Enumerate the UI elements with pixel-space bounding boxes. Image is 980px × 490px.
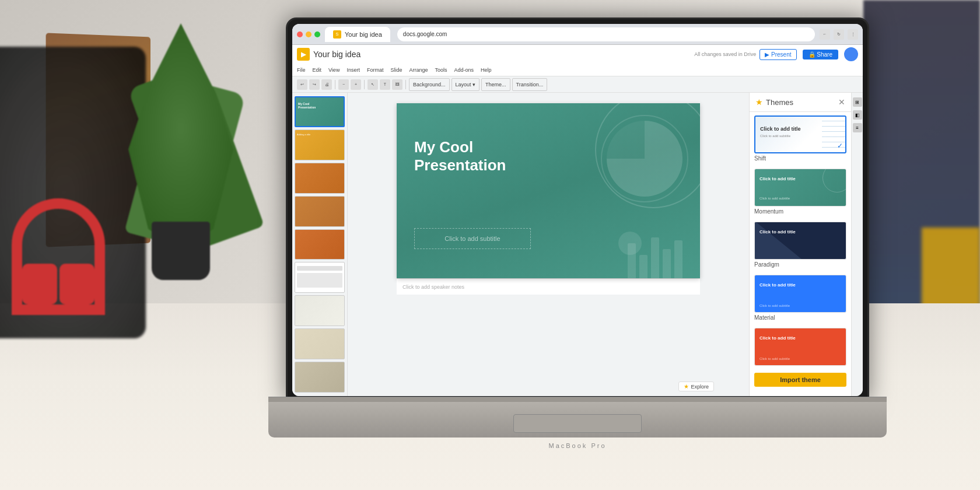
slide-thumb-7[interactable]: 7 xyxy=(295,295,345,326)
slide-title[interactable]: My Cool Presentation xyxy=(414,138,506,174)
print-button[interactable]: 🖨 xyxy=(321,79,332,90)
slide-thumb-5[interactable]: 5 xyxy=(295,229,345,260)
image-button[interactable]: 🖼 xyxy=(392,79,402,90)
redo-button[interactable]: ↪ xyxy=(309,79,320,90)
speaker-notes-bar[interactable]: Click to add speaker notes xyxy=(397,278,700,295)
bg-yellow-object xyxy=(922,228,980,315)
menu-tools[interactable]: Tools xyxy=(435,67,447,73)
laptop: S Your big idea docs.google.com ← ↻ ⋮ xyxy=(286,18,904,438)
laptop-keyboard-base: MacBook Pro xyxy=(268,397,887,438)
theme-shift-title-text: Click to add title xyxy=(760,126,801,132)
import-theme-button[interactable]: Import theme xyxy=(754,373,846,387)
theme-item-coral[interactable]: Click to add title Click to add subtitle xyxy=(750,324,851,369)
side-icon-1[interactable]: ⊞ xyxy=(853,97,862,107)
slide-thumb-4[interactable]: 4 xyxy=(295,196,345,227)
maximize-dot[interactable] xyxy=(314,32,320,37)
theme-shift-sub-text: Click to add subtitle xyxy=(760,134,790,138)
selected-checkmark-icon: ✓ xyxy=(837,142,843,150)
laptop-screen: S Your big idea docs.google.com ← ↻ ⋮ xyxy=(286,18,869,402)
app-icon: ▶ xyxy=(297,48,310,61)
theme-material-title-text: Click to add title xyxy=(760,282,796,288)
theme-thumbnail-material[interactable]: Click to add title Click to add subtitle xyxy=(754,275,846,313)
slide-thumb-3[interactable]: 3 xyxy=(295,163,345,194)
headphones xyxy=(0,198,117,362)
main-slide[interactable]: My Cool Presentation Click to add subtit… xyxy=(397,103,700,278)
menu-view[interactable]: View xyxy=(328,67,340,73)
theme-thumbnail-coral[interactable]: Click to add title Click to add subtitle xyxy=(754,328,846,366)
themes-icon: ★ xyxy=(755,97,763,107)
laptop-trackpad xyxy=(513,414,642,433)
chrome-menu-icon[interactable]: ⋮ xyxy=(848,29,858,40)
slide-thumb-6[interactable]: 6 xyxy=(295,262,345,293)
slide-panel: 1 My CoolPresentation 2 Adding a title 3 xyxy=(292,93,348,396)
themes-title-text: Themes xyxy=(766,98,793,107)
explore-star-icon: ★ xyxy=(684,383,689,390)
undo-button[interactable]: ↩ xyxy=(297,79,307,90)
themes-title: ★ Themes xyxy=(755,97,793,107)
slides-favicon: S xyxy=(333,30,341,38)
theme-name-momentum: Momentum xyxy=(754,208,846,215)
minimize-dot[interactable] xyxy=(306,32,312,37)
menu-edit[interactable]: Edit xyxy=(313,67,322,73)
share-button[interactable]: 🔒 Share xyxy=(803,50,838,60)
slide-thumb-9[interactable]: 9 xyxy=(295,362,345,393)
theme-coral-sub-text: Click to add subtitle xyxy=(760,357,790,360)
menu-addons[interactable]: Add-ons xyxy=(454,67,474,73)
theme-button[interactable]: Theme... xyxy=(481,78,510,91)
theme-thumbnail-paradigm[interactable]: Click to add title xyxy=(754,222,846,260)
theme-thumbnail-shift[interactable]: Click to add title Click to add subtitle… xyxy=(754,116,846,153)
cursor-button[interactable]: ↖ xyxy=(368,79,378,90)
layout-button[interactable]: Layout ▾ xyxy=(452,78,480,91)
screen-bezel: S Your big idea docs.google.com ← ↻ ⋮ xyxy=(292,24,863,396)
slide-thumb-8[interactable]: 8 xyxy=(295,328,345,359)
bar-4 xyxy=(663,249,671,278)
slide-subtitle-placeholder: Click to add subtitle xyxy=(444,235,500,242)
bar-5 xyxy=(674,240,682,278)
menu-help[interactable]: Help xyxy=(481,67,492,73)
address-bar[interactable]: docs.google.com xyxy=(397,27,815,41)
themes-header: ★ Themes ✕ xyxy=(750,93,851,112)
menu-file[interactable]: File xyxy=(297,67,306,73)
background-button[interactable]: Background... xyxy=(409,78,450,91)
chrome-back-icon[interactable]: ← xyxy=(820,29,830,40)
explore-button[interactable]: ★ Explore xyxy=(678,382,714,391)
side-icons-strip: ⊞ ◧ ≡ xyxy=(851,93,863,396)
side-icon-2[interactable]: ◧ xyxy=(853,110,862,120)
zoom-out-button[interactable]: − xyxy=(338,79,349,90)
saved-status: All changes saved in Drive xyxy=(694,51,756,57)
themes-close-icon[interactable]: ✕ xyxy=(838,97,845,107)
side-icon-3[interactable]: ≡ xyxy=(853,123,862,132)
theme-thumbnail-momentum[interactable]: Click to add title Click to add subtitle xyxy=(754,169,846,206)
text-button[interactable]: T xyxy=(380,79,390,90)
menu-format[interactable]: Format xyxy=(367,67,384,73)
theme-material-sub-text: Click to add subtitle xyxy=(760,304,790,307)
app-title-bar: ▶ Your big idea All changes saved in Dri… xyxy=(292,45,863,64)
menu-arrange[interactable]: Arrange xyxy=(409,67,428,73)
theme-item-shift[interactable]: Click to add title Click to add subtitle… xyxy=(750,112,851,165)
theme-momentum-decoration xyxy=(822,169,846,192)
slide-subtitle-box[interactable]: Click to add subtitle xyxy=(414,228,531,249)
slide-thumb-2[interactable]: 2 Adding a title xyxy=(295,130,345,160)
slide-thumb-1[interactable]: 1 My CoolPresentation xyxy=(295,96,345,127)
theme-item-momentum[interactable]: Click to add title Click to add subtitle… xyxy=(750,165,851,218)
menu-slide[interactable]: Slide xyxy=(390,67,402,73)
theme-item-material[interactable]: Click to add title Click to add subtitle… xyxy=(750,271,851,324)
theme-name-shift: Shift xyxy=(754,155,846,162)
theme-coral-title-text: Click to add title xyxy=(760,335,796,341)
zoom-in-button[interactable]: + xyxy=(351,79,361,90)
theme-paradigm-decoration xyxy=(755,222,802,259)
theme-item-paradigm[interactable]: Click to add title Paradigm xyxy=(750,218,851,271)
url-text: docs.google.com xyxy=(403,31,447,37)
menu-insert[interactable]: Insert xyxy=(346,67,360,73)
tab-title: Your big idea xyxy=(345,31,382,38)
browser-tab[interactable]: S Your big idea xyxy=(325,27,390,42)
transition-button[interactable]: Transition... xyxy=(512,78,548,91)
slides-application: ▶ Your big idea All changes saved in Dri… xyxy=(292,45,863,396)
speaker-notes-placeholder: Click to add speaker notes xyxy=(402,284,464,290)
close-dot[interactable] xyxy=(297,32,303,37)
menu-bar: File Edit View Insert Format Slide Arran… xyxy=(292,64,863,76)
format-toolbar: ↩ ↪ 🖨 − + ↖ T 🖼 Background... xyxy=(292,76,863,93)
user-avatar[interactable] xyxy=(844,47,858,61)
chrome-refresh-icon[interactable]: ↻ xyxy=(834,29,844,40)
present-button[interactable]: ▶ Present xyxy=(760,49,796,60)
